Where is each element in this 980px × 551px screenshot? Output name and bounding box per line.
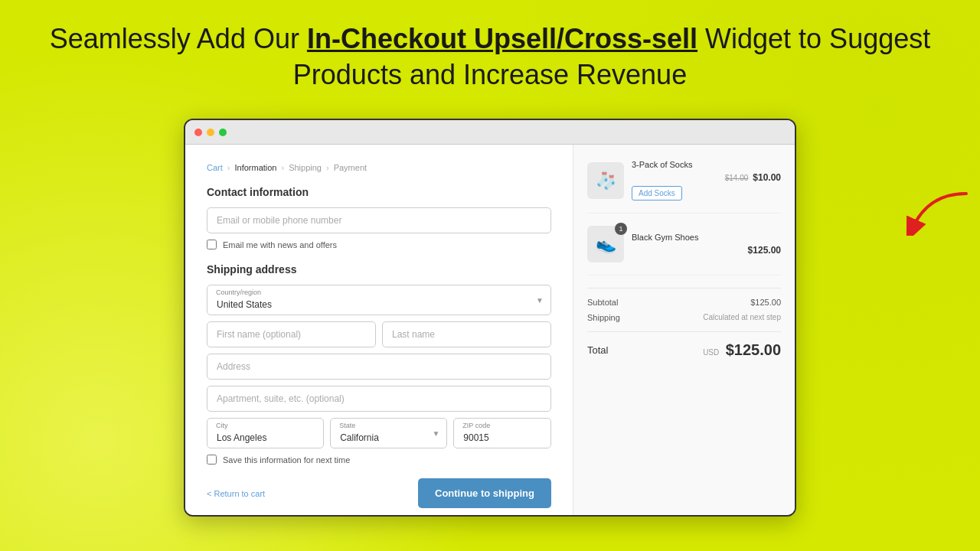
state-label: State <box>339 422 355 429</box>
shoes-badge: 1 <box>615 223 627 235</box>
order-summary: 🧦 3-Pack of Socks $14.00 $10.00 Add Sock… <box>573 145 795 515</box>
save-info-row: Save this information for next time <box>207 455 551 465</box>
name-row <box>207 321 551 347</box>
subtotal-label: Subtotal <box>587 298 618 307</box>
breadcrumb-payment: Payment <box>334 163 367 172</box>
shipping-label: Shipping <box>587 313 620 322</box>
shoes-product-name: Black Gym Shoes <box>632 233 781 242</box>
total-label: Total <box>587 344 608 356</box>
main-product-item: 👟 1 Black Gym Shoes $125.00 <box>587 226 781 276</box>
shoes-product-image: 👟 1 <box>587 226 624 262</box>
add-socks-button[interactable]: Add Socks <box>632 186 682 201</box>
socks-pricing: $14.00 $10.00 <box>632 172 781 183</box>
newsletter-checkbox[interactable] <box>207 240 217 249</box>
country-label: Country/region <box>216 289 261 296</box>
last-name-input[interactable] <box>382 321 551 347</box>
checkout-layout: Cart › Information › Shipping › Payment … <box>185 145 795 515</box>
browser-window: Cart › Information › Shipping › Payment … <box>184 119 796 517</box>
breadcrumb-shipping: Shipping <box>289 163 322 172</box>
browser-chrome <box>185 120 795 145</box>
breadcrumb-sep-1: › <box>227 163 230 172</box>
summary-divider-1 <box>587 288 781 289</box>
apt-input[interactable] <box>207 386 551 412</box>
subtotal-row: Subtotal $125.00 <box>587 298 781 307</box>
socks-product-name: 3-Pack of Socks <box>632 160 781 169</box>
city-wrap: City <box>207 418 324 448</box>
shipping-row: Shipping Calculated at next step <box>587 313 781 322</box>
state-wrap: State California ▼ <box>330 418 447 448</box>
shoes-icon: 👟 <box>596 234 616 254</box>
form-footer: < Return to cart Continue to shipping <box>207 478 551 508</box>
socks-icon: 🧦 <box>596 171 616 191</box>
breadcrumb: Cart › Information › Shipping › Payment <box>207 163 551 172</box>
newsletter-label: Email me with news and offers <box>223 240 337 249</box>
headline-part1: Seamlessly Add Our <box>50 23 307 54</box>
newsletter-row: Email me with news and offers <box>207 240 551 249</box>
save-info-checkbox[interactable] <box>207 455 217 465</box>
shipping-section-title: Shipping address <box>207 263 551 276</box>
breadcrumb-sep-2: › <box>281 163 284 172</box>
shipping-value: Calculated at next step <box>703 313 781 322</box>
subtotal-value: $125.00 <box>750 298 781 307</box>
shoes-pricing: $125.00 <box>632 245 781 256</box>
zip-label: ZIP code <box>462 422 490 429</box>
zip-wrap: ZIP code <box>453 418 551 448</box>
total-amount: $125.00 <box>726 341 781 358</box>
breadcrumb-cart[interactable]: Cart <box>207 163 223 172</box>
save-info-label: Save this information for next time <box>223 455 350 465</box>
breadcrumb-information: Information <box>234 163 276 172</box>
breadcrumb-sep-3: › <box>326 163 329 172</box>
headline-bold: In-Checkout Upsell/Cross-sell <box>307 23 697 54</box>
city-state-zip-row: City State California ▼ ZIP code <box>207 418 551 448</box>
total-currency: USD <box>703 348 719 357</box>
total-amount-wrap: USD $125.00 <box>703 341 781 359</box>
browser-close-dot <box>194 129 202 136</box>
socks-product-image: 🧦 <box>587 162 624 199</box>
socks-product-info: 3-Pack of Socks $14.00 $10.00 Add Socks <box>632 160 781 201</box>
country-region-wrap: Country/region United States ▼ <box>207 285 551 315</box>
shoes-price: $125.00 <box>748 245 781 256</box>
socks-sale-price: $10.00 <box>753 172 781 183</box>
address-input[interactable] <box>207 354 551 380</box>
browser-minimize-dot <box>207 129 214 136</box>
headline: Seamlessly Add Our In-Checkout Upsell/Cr… <box>0 0 980 109</box>
contact-section-title: Contact information <box>207 186 551 198</box>
first-name-input[interactable] <box>207 321 376 347</box>
continue-to-shipping-button[interactable]: Continue to shipping <box>418 478 551 508</box>
total-row: Total USD $125.00 <box>587 341 781 359</box>
browser-expand-dot <box>219 129 227 136</box>
email-input[interactable] <box>207 207 551 233</box>
checkout-form: Cart › Information › Shipping › Payment … <box>185 145 573 515</box>
return-to-cart-link[interactable]: < Return to cart <box>207 489 265 498</box>
arrow-icon <box>905 190 974 236</box>
upsell-product-item: 🧦 3-Pack of Socks $14.00 $10.00 Add Sock… <box>587 160 781 214</box>
socks-original-price: $14.00 <box>725 174 749 182</box>
summary-divider-2 <box>587 331 781 332</box>
shoes-product-info: Black Gym Shoes $125.00 <box>632 233 781 256</box>
city-label: City <box>216 422 228 429</box>
